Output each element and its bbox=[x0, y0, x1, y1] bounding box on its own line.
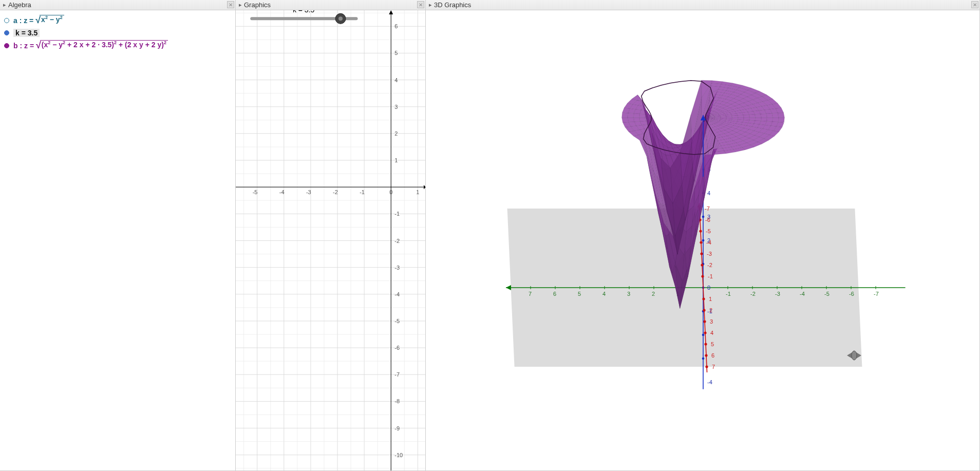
algebra-item-b[interactable]: b : z = √(x2 − y2 + 2 x + 2 · 3.5)2 + (2… bbox=[4, 39, 231, 52]
svg-text:-6: -6 bbox=[394, 345, 400, 351]
algebra-item-a[interactable]: a : z = √x2 − y2 bbox=[4, 13, 231, 27]
svg-text:-3: -3 bbox=[775, 291, 780, 297]
svg-text:6: 6 bbox=[553, 291, 556, 297]
svg-text:-4: -4 bbox=[707, 379, 712, 385]
svg-text:-1: -1 bbox=[708, 273, 713, 279]
graphics3d-title: 3D Graphics bbox=[434, 1, 471, 9]
svg-marker-52 bbox=[389, 10, 393, 14]
svg-point-117 bbox=[702, 239, 705, 242]
svg-marker-813 bbox=[721, 116, 727, 118]
graphics3d-canvas[interactable]: 7654321-1-2-3-4-5-6-754320-1-4-7-6-5-4-3… bbox=[426, 10, 979, 470]
svg-point-132 bbox=[700, 252, 703, 255]
visibility-toggle-k[interactable] bbox=[4, 30, 9, 35]
svg-point-122 bbox=[702, 357, 705, 360]
chevron-right-icon: ▸ bbox=[239, 2, 242, 8]
svg-marker-814 bbox=[726, 116, 732, 117]
visibility-toggle-b[interactable] bbox=[4, 43, 9, 48]
svg-text:-7: -7 bbox=[705, 205, 710, 212]
svg-text:-4: -4 bbox=[800, 291, 805, 297]
graphics3d-header[interactable]: ▸ 3D Graphics ✕ bbox=[426, 0, 979, 10]
close-icon[interactable]: ✕ bbox=[417, 1, 424, 8]
svg-marker-819 bbox=[755, 114, 761, 118]
svg-text:2: 2 bbox=[652, 291, 655, 297]
svg-text:-2: -2 bbox=[394, 238, 400, 244]
svg-marker-50 bbox=[424, 185, 425, 189]
svg-text:1: 1 bbox=[394, 157, 398, 163]
svg-point-150 bbox=[705, 365, 708, 368]
svg-text:5: 5 bbox=[711, 341, 714, 347]
algebra-expr-k: k = 3.5 bbox=[13, 29, 40, 37]
svg-text:-8: -8 bbox=[394, 398, 400, 404]
svg-marker-486 bbox=[628, 118, 634, 122]
svg-marker-822 bbox=[772, 113, 779, 118]
svg-text:5: 5 bbox=[578, 291, 581, 297]
svg-text:1: 1 bbox=[416, 189, 419, 195]
algebra-item-k[interactable]: k = 3.5 bbox=[4, 27, 231, 39]
svg-point-134 bbox=[701, 263, 703, 266]
svg-marker-161 bbox=[755, 118, 761, 121]
svg-text:3: 3 bbox=[627, 291, 630, 297]
svg-marker-817 bbox=[743, 115, 749, 117]
svg-text:-6: -6 bbox=[849, 291, 854, 297]
svg-marker-820 bbox=[761, 114, 767, 117]
svg-point-128 bbox=[699, 230, 702, 232]
svg-marker-821 bbox=[766, 114, 773, 118]
svg-marker-164 bbox=[772, 118, 779, 122]
close-icon[interactable]: ✕ bbox=[971, 1, 978, 8]
svg-marker-500 bbox=[628, 113, 634, 118]
svg-text:4: 4 bbox=[602, 291, 606, 297]
svg-text:2: 2 bbox=[394, 130, 398, 137]
algebra-title: Algebra bbox=[8, 1, 31, 9]
svg-marker-162 bbox=[761, 118, 767, 121]
svg-point-116 bbox=[702, 216, 705, 218]
visibility-toggle-a[interactable] bbox=[4, 18, 9, 23]
slider-label: k = 3.5 bbox=[293, 10, 315, 14]
svg-marker-165 bbox=[778, 118, 784, 122]
graphics3d-panel: ▸ 3D Graphics ✕ 7654321-1-2-3-4-5-6-7543… bbox=[426, 0, 980, 471]
algebra-expr-a: a : z = √x2 − y2 bbox=[13, 15, 64, 26]
algebra-panel: ▸ Algebra ✕ a : z = √x2 − y2 k = 3.5 b :… bbox=[0, 0, 236, 471]
algebra-header[interactable]: ▸ Algebra ✕ bbox=[0, 0, 235, 10]
svg-marker-77 bbox=[506, 285, 511, 290]
svg-text:-3: -3 bbox=[394, 265, 400, 271]
svg-text:-4: -4 bbox=[279, 189, 285, 195]
algebra-expr-b: b : z = √(x2 − y2 + 2 x + 2 · 3.5)2 + (2… bbox=[13, 40, 168, 51]
svg-text:-4: -4 bbox=[394, 291, 400, 297]
svg-marker-499 bbox=[633, 114, 639, 118]
chevron-right-icon: ▸ bbox=[3, 2, 6, 8]
graphics-svg[interactable]: -5-4-3-2-101654321-1-2-3-4-5-6-7-8-9-10k… bbox=[236, 10, 425, 470]
svg-text:6: 6 bbox=[394, 23, 398, 29]
svg-text:7: 7 bbox=[712, 364, 715, 370]
graphics3d-svg[interactable]: 7654321-1-2-3-4-5-6-754320-1-4-7-6-5-4-3… bbox=[426, 10, 979, 470]
svg-text:3: 3 bbox=[394, 104, 398, 110]
svg-marker-485 bbox=[633, 118, 640, 122]
svg-text:-1: -1 bbox=[360, 189, 365, 195]
svg-marker-487 bbox=[622, 118, 629, 122]
svg-marker-823 bbox=[778, 112, 784, 117]
svg-point-148 bbox=[705, 354, 707, 356]
graphics-panel: ▸ Graphics ✕ -5-4-3-2-101654321-1-2-3-4-… bbox=[236, 0, 426, 471]
graphics-header[interactable]: ▸ Graphics ✕ bbox=[236, 0, 425, 10]
svg-text:-1: -1 bbox=[394, 211, 400, 217]
svg-text:-2: -2 bbox=[750, 291, 756, 297]
svg-text:1: 1 bbox=[709, 296, 712, 302]
svg-point-121 bbox=[702, 334, 705, 336]
graphics-canvas[interactable]: -5-4-3-2-101654321-1-2-3-4-5-6-7-8-9-10k… bbox=[236, 10, 425, 470]
svg-point-828 bbox=[852, 351, 857, 360]
svg-text:2: 2 bbox=[709, 307, 712, 313]
svg-text:-10: -10 bbox=[394, 452, 403, 458]
svg-marker-818 bbox=[749, 115, 755, 118]
svg-marker-816 bbox=[738, 115, 744, 118]
svg-text:-2: -2 bbox=[333, 189, 338, 195]
svg-text:-3: -3 bbox=[306, 189, 311, 195]
svg-text:-4: -4 bbox=[706, 239, 711, 246]
svg-text:-6: -6 bbox=[705, 217, 710, 223]
svg-text:0: 0 bbox=[389, 189, 392, 195]
svg-point-138 bbox=[702, 297, 705, 300]
algebra-body: a : z = √x2 − y2 k = 3.5 b : z = √(x2 − … bbox=[0, 10, 235, 55]
close-icon[interactable]: ✕ bbox=[227, 1, 234, 8]
svg-text:3: 3 bbox=[710, 318, 713, 325]
svg-text:-2: -2 bbox=[707, 262, 712, 268]
svg-text:-7: -7 bbox=[394, 371, 400, 378]
svg-point-146 bbox=[704, 343, 707, 345]
